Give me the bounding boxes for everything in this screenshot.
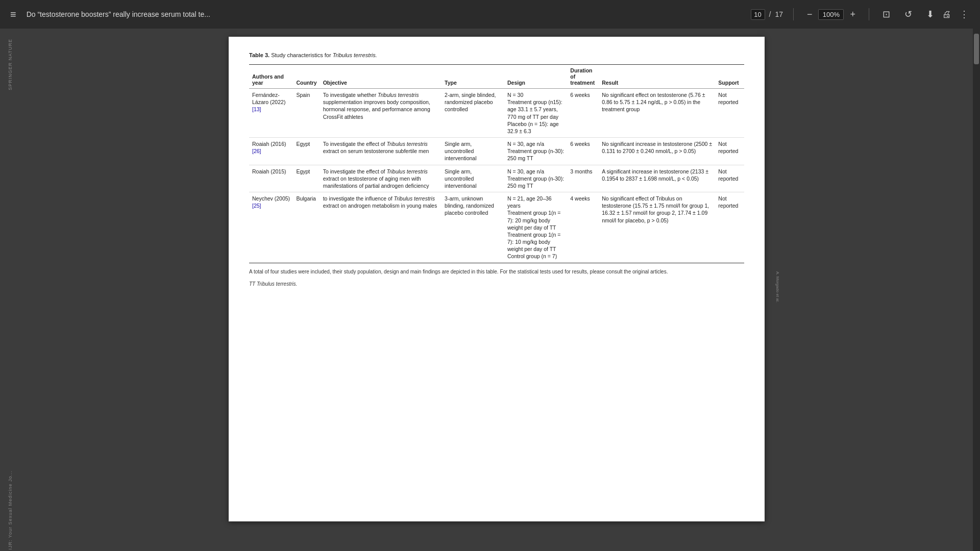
zoom-input[interactable] [818,9,844,20]
col-objective: Objective [320,65,442,89]
cell-objective: To investigate whether Tribulus terrestr… [320,89,442,138]
page-container[interactable]: Table 3. Study characteristics for Tribu… [20,29,973,551]
cell-objective: To investigate the effect of Tribulus te… [320,138,442,165]
table-row: Neychev (2005) [25]Bulgariato investigat… [249,192,744,263]
study-table: Authors andyear Country Objective Type D… [249,64,744,263]
right-margin: A. Morgado et al. [767,139,788,303]
col-duration: Duration oftreatment [567,65,599,89]
toolbar-separator-2 [869,8,869,20]
zoom-out-button[interactable]: − [804,6,816,23]
springer-nature-label: SPRINGER NATURE [8,39,13,90]
cell-duration: 3 months [567,165,599,192]
cell-result: No significant effect on testosterone (5… [599,89,715,138]
table-row: Roaiah (2015)EgyptTo investigate the eff… [249,165,744,192]
scrollbar-thumb[interactable] [974,34,979,64]
col-type: Type [442,65,504,89]
page-navigation: / 17 [751,9,783,20]
toolbar: ≡ Do “testosterone boosters” really incr… [0,0,980,29]
cell-design: N = 30, age n/a Treatment group (n-30): … [504,138,567,165]
table-row: Fernández-Lázaro (2022) [13]SpainTo inve… [249,89,744,138]
col-support: Support [715,65,744,89]
table-caption: Table 3. Study characteristics for Tribu… [249,52,744,58]
cell-support: Not reported [715,165,744,192]
cell-country: Egypt [293,138,320,165]
cell-support: Not reported [715,138,744,165]
zoom-in-button[interactable]: + [847,6,859,23]
cell-result: A significant increase in testosterone (… [599,165,715,192]
journal-label: IJR: Your Sexual Medicine Jo... [8,470,13,550]
cell-result: No significant effect of Tribulus on tes… [599,192,715,263]
right-margin-author: A. Morgado et al. [775,271,780,303]
cell-type: Single arm, uncontrolled interventional [442,165,504,192]
cell-type: Single arm, uncontrolled interventional [442,138,504,165]
cell-authors: Neychev (2005) [25] [249,192,293,263]
footnote-1: A total of four studies were included, t… [249,268,744,276]
cell-type: 2-arm, single blinded, randomized placeb… [442,89,504,138]
bottom-sidebar: IJR: Your Sexual Medicine Jo... [0,469,20,551]
page-separator: / [769,10,771,18]
col-result: Result [599,65,715,89]
cell-result: No significant increase in testosterone … [599,138,715,165]
cell-objective: to investigate the influence of Tribulus… [320,192,442,263]
fit-page-button[interactable]: ⊡ [879,6,893,23]
col-authors: Authors andyear [249,65,293,89]
cell-objective: To investigate the effect of Tribulus te… [320,165,442,192]
cell-country: Bulgaria [293,192,320,263]
history-button[interactable]: ↺ [901,6,915,23]
document-title: Do “testosterone boosters” really increa… [27,10,743,18]
cell-authors: Roaiah (2016) [26] [249,138,293,165]
page-number-input[interactable] [751,9,765,20]
cell-design: N = 21, age 20–36 years Treatment group … [504,192,567,263]
cell-authors: Fernández-Lázaro (2022) [13] [249,89,293,138]
col-country: Country [293,65,320,89]
toolbar-right-actions: ⬇ 🖨 ⋮ [923,6,972,23]
document-page: Table 3. Study characteristics for Tribu… [229,37,765,521]
more-options-button[interactable]: ⋮ [957,6,972,23]
cell-country: Egypt [293,165,320,192]
toolbar-separator-1 [793,8,794,20]
scrollbar[interactable] [973,29,980,551]
download-button[interactable]: ⬇ [923,6,937,23]
cell-country: Spain [293,89,320,138]
table-header-row: Authors andyear Country Objective Type D… [249,65,744,89]
col-design: Design [504,65,567,89]
menu-icon[interactable]: ≡ [8,7,18,22]
cell-design: N = 30 Treatment group (n15): age 33.1 ±… [504,89,567,138]
table-row: Roaiah (2016) [26]EgyptTo investigate th… [249,138,744,165]
cell-type: 3-arm, unknown blinding, randomized plac… [442,192,504,263]
page-total: 17 [775,10,783,18]
zoom-controls: − + [804,6,859,23]
cell-duration: 6 weeks [567,138,599,165]
cell-duration: 6 weeks [567,89,599,138]
cell-support: Not reported [715,192,744,263]
cell-authors: Roaiah (2015) [249,165,293,192]
cell-support: Not reported [715,89,744,138]
print-button[interactable]: 🖨 [939,6,954,23]
footnote-2: TT Tribulus terrestris. [249,281,744,288]
cell-design: N = 30, age n/a Treatment group (n-30): … [504,165,567,192]
main-content: SPRINGER NATURE Table 3. Study character… [0,29,980,551]
cell-duration: 4 weeks [567,192,599,263]
